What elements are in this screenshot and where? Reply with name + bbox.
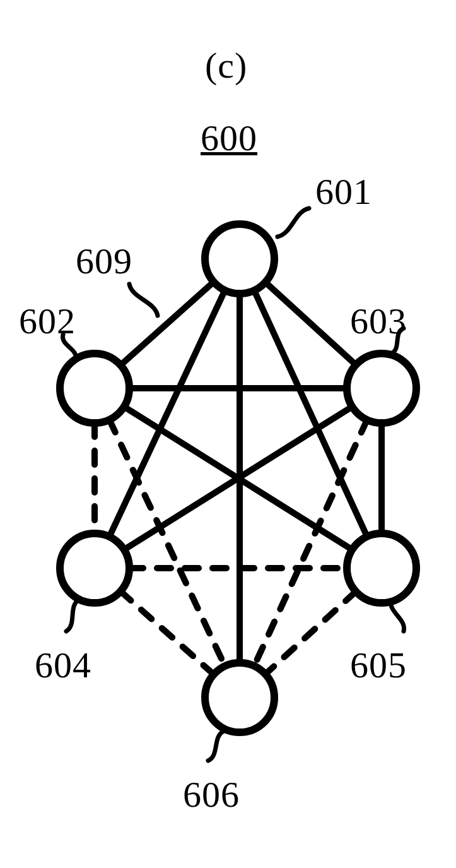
- leader-edge609: [129, 284, 158, 316]
- node-n605: [347, 533, 416, 603]
- node-n601: [205, 224, 274, 294]
- node-label-602: 602: [19, 300, 76, 342]
- node-n606: [205, 663, 274, 732]
- edge-n601-n603: [266, 282, 356, 365]
- panel-label: (c): [205, 44, 247, 86]
- node-label-603: 603: [350, 300, 407, 342]
- node-n603: [347, 354, 416, 423]
- node-label-604: 604: [35, 644, 91, 686]
- node-label-601: 601: [315, 170, 372, 213]
- node-label-605: 605: [350, 644, 407, 686]
- node-label-606: 606: [183, 773, 240, 816]
- edge-n605-n606: [266, 592, 356, 674]
- leader-n606: [208, 731, 224, 761]
- edge-label-609: 609: [76, 240, 132, 282]
- graph-edges: [95, 282, 382, 675]
- figure-ref-number: 600: [201, 117, 257, 159]
- node-n604: [60, 533, 129, 603]
- node-n602: [60, 354, 129, 423]
- edge-n604-n606: [120, 592, 214, 675]
- leader-n601: [278, 208, 309, 237]
- leader-n604: [66, 600, 79, 631]
